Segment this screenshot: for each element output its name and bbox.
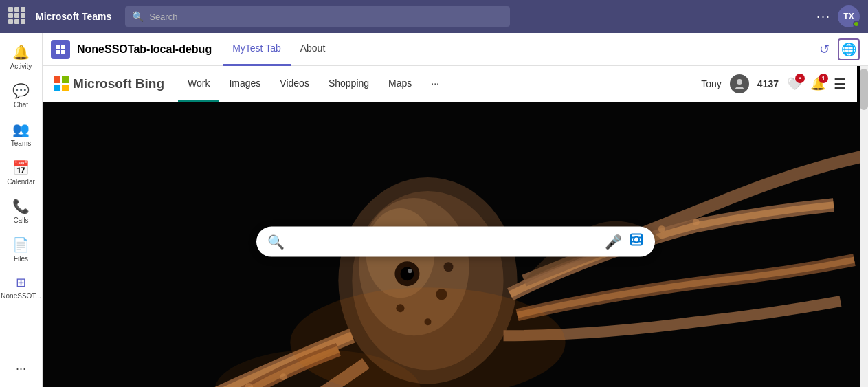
calls-icon: 📞 [12, 198, 30, 214]
tab-bar: NoneSSOTab-local-debug MyTest Tab About … [43, 33, 868, 66]
more-options-button[interactable]: ··· [816, 10, 831, 24]
bing-toolbar: Microsoft Bing Work Images Videos Shoppi… [43, 66, 857, 102]
sidebar-item-label: NoneSSOT... [1, 292, 41, 300]
visual-search-icon [629, 232, 644, 247]
bing-nav-more[interactable]: ··· [421, 66, 449, 102]
teams-icon: 👥 [12, 121, 30, 137]
avatar-status-indicator [853, 21, 860, 27]
sidebar-item-activity[interactable]: 🔔 Activity [2, 38, 41, 76]
top-bar-right: ··· TX [816, 5, 860, 27]
sidebar-item-chat[interactable]: 💬 Chat [2, 77, 41, 114]
svg-point-13 [443, 262, 453, 272]
sidebar-item-nonessot[interactable]: ⊞ NoneSSOT... [2, 269, 41, 305]
bing-nav-images[interactable]: Images [219, 66, 270, 102]
svg-rect-2 [56, 50, 60, 54]
bing-username: Tony [701, 78, 722, 89]
files-icon: 📄 [12, 236, 30, 253]
bing-search-input[interactable] [291, 235, 598, 247]
app-tab-icon [51, 40, 70, 59]
user-icon [734, 78, 745, 89]
svg-rect-26 [631, 234, 642, 245]
bing-nav-maps[interactable]: Maps [379, 66, 421, 102]
svg-point-23 [408, 269, 412, 273]
scrollbar[interactable] [860, 66, 868, 387]
bing-toolbar-right: Tony 4137 🤍 • 🔔 1 ☰ [701, 74, 846, 93]
main-layout: 🔔 Activity 💬 Chat 👥 Teams 📅 Calendar 📞 C… [0, 33, 868, 387]
bell-badge: 1 [819, 74, 828, 83]
top-search-bar[interactable]: 🔍 [125, 6, 510, 27]
sidebar: 🔔 Activity 💬 Chat 👥 Teams 📅 Calendar 📞 C… [0, 33, 43, 387]
sidebar-item-label: Files [14, 255, 28, 263]
sidebar-item-files[interactable]: 📄 Files [2, 231, 41, 268]
bing-search-box[interactable]: 🔍 🎤 [256, 226, 655, 256]
sidebar-item-label: Teams [11, 140, 31, 147]
sidebar-more-button[interactable]: ··· [10, 356, 32, 382]
iframe-area: Microsoft Bing Work Images Videos Shoppi… [43, 66, 868, 387]
svg-point-4 [737, 79, 742, 85]
calendar-icon: 📅 [12, 159, 30, 176]
sidebar-item-teams[interactable]: 👥 Teams [2, 115, 41, 153]
tab-about[interactable]: About [291, 33, 335, 66]
reload-icon: ↺ [819, 42, 830, 57]
search-input[interactable] [149, 12, 503, 22]
bing-menu-button[interactable]: ☰ [834, 76, 846, 92]
sidebar-item-label: Chat [14, 101, 28, 109]
bing-nav-videos[interactable]: Videos [270, 66, 319, 102]
tab-actions: ↺ 🌐 [813, 38, 860, 60]
bing-nav: Work Images Videos Shopping Maps [178, 66, 449, 102]
bing-nav-work[interactable]: Work [178, 66, 219, 102]
sidebar-item-calendar[interactable]: 📅 Calendar [2, 154, 41, 191]
content-area: NoneSSOTab-local-debug MyTest Tab About … [43, 33, 868, 387]
avatar[interactable]: TX [838, 5, 860, 27]
activity-icon: 🔔 [12, 44, 30, 60]
svg-rect-3 [61, 50, 65, 54]
globe-icon: 🌐 [841, 42, 856, 57]
grid-icon [55, 44, 66, 55]
svg-point-22 [400, 267, 414, 280]
search-icon: 🔍 [132, 11, 144, 22]
app-title: Microsoft Teams [36, 11, 111, 22]
app-grid-button[interactable] [8, 7, 27, 26]
scrollbar-thumb[interactable] [860, 69, 868, 110]
svg-point-20 [693, 219, 700, 225]
svg-point-27 [634, 237, 639, 243]
bing-hero: 🔍 🎤 [43, 102, 868, 387]
bing-search-icon: 🔍 [267, 233, 285, 250]
sidebar-item-label: Activity [10, 63, 32, 70]
bing-logo: Microsoft Bing [54, 76, 164, 91]
tab-app-name: NoneSSOTab-local-debug [77, 43, 212, 56]
bing-nav-shopping[interactable]: Shopping [319, 66, 379, 102]
bing-user-avatar[interactable] [730, 74, 749, 93]
svg-rect-1 [61, 45, 65, 49]
reload-button[interactable]: ↺ [813, 38, 835, 60]
chat-icon: 💬 [12, 82, 30, 99]
tab-mytest[interactable]: MyTest Tab [223, 33, 291, 66]
heart-badge: • [795, 74, 805, 83]
bing-notifications-bell[interactable]: 🔔 1 [810, 76, 825, 91]
app-icon: ⊞ [16, 275, 26, 290]
bing-rewards-heart[interactable]: 🤍 • [787, 76, 802, 91]
bing-visual-search-icon[interactable] [629, 232, 644, 251]
svg-point-19 [658, 225, 665, 232]
sidebar-item-label: Calendar [7, 178, 35, 186]
sidebar-item-label: Calls [13, 217, 28, 224]
microsoft-logo [54, 76, 69, 91]
bing-score: 4137 [757, 78, 779, 89]
bing-microphone-icon[interactable]: 🎤 [605, 233, 622, 250]
top-bar: Microsoft Teams 🔍 ··· TX [0, 0, 868, 33]
sidebar-item-calls[interactable]: 📞 Calls [2, 192, 41, 230]
svg-rect-0 [56, 45, 60, 49]
globe-button[interactable]: 🌐 [838, 38, 860, 60]
